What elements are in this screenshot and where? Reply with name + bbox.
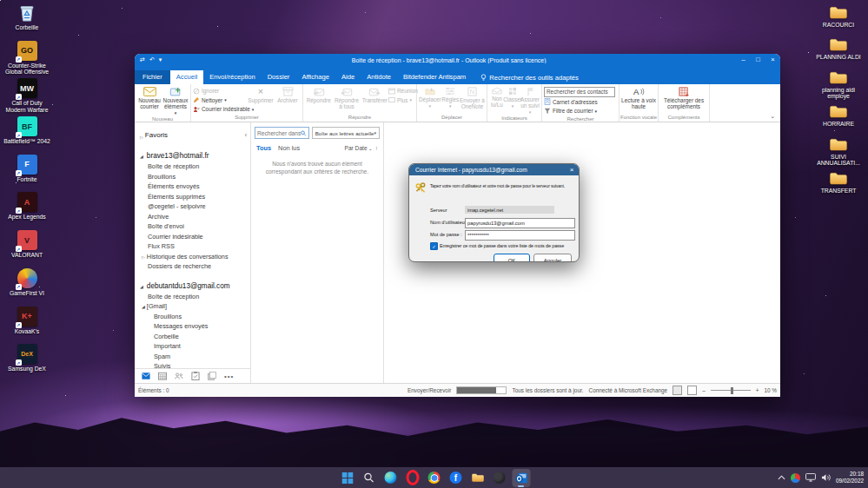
folder-item-inbox[interactable]: Boîte de réception (135, 292, 250, 302)
desktop-folder-planning-aldi[interactable]: PLANNING ALDI (816, 37, 860, 60)
taskbar-outlook-button[interactable] (512, 469, 530, 487)
get-addins-button[interactable]: Télécharger des compléments (661, 86, 706, 109)
dialog-close-button[interactable]: × (565, 166, 579, 174)
remember-password-checkbox[interactable] (430, 242, 438, 250)
more-nav-options-icon[interactable]: ••• (224, 374, 234, 379)
folder-item-archive[interactable]: Archive (135, 212, 250, 222)
desktop-icon-csgo[interactable]: GO Counter-Strike Global Offensive (2, 41, 52, 79)
folder-item-search-folders[interactable]: Dossiers de recherche (135, 261, 250, 272)
dialog-title-bar[interactable]: Courrier Internet - papyrusdu13@gmail.co… (409, 164, 579, 175)
send-to-onenote-button[interactable]: N Envoyer à OneNote (460, 86, 485, 109)
folder-item-deleted[interactable]: Éléments supprimés (135, 192, 250, 202)
taskbar-search-button[interactable] (360, 469, 378, 487)
folder-item-important[interactable]: Important (135, 341, 250, 352)
forward-button[interactable]: Transférer (361, 86, 388, 103)
mail-nav-icon[interactable] (142, 372, 150, 380)
taskbar-explorer-button[interactable] (468, 469, 487, 487)
password-field[interactable] (465, 230, 575, 241)
desktop-icon-recycle-bin[interactable]: Corbeille (2, 3, 52, 41)
read-aloud-button[interactable]: A Lecture à voix haute (621, 86, 656, 109)
undo-icon[interactable]: ↶ (149, 56, 155, 63)
folder-item-sent[interactable]: Éléments envoyés (135, 181, 250, 192)
account-header[interactable]: brave13@hotmail.fr (135, 149, 250, 162)
sort-by-date-dropdown[interactable]: Par Date (345, 145, 373, 151)
more-respond-button[interactable]: Plus (388, 96, 414, 105)
account-expander-icon[interactable] (140, 282, 145, 290)
sort-direction-icon[interactable]: ↑ (375, 145, 378, 151)
tab-envoi-reception[interactable]: Envoi/réception (203, 70, 261, 84)
rules-button[interactable]: Règles (441, 86, 460, 109)
tab-dossier[interactable]: Dossier (262, 70, 296, 84)
move-button[interactable]: Déplacer (419, 86, 441, 109)
tab-affichage[interactable]: Affichage (295, 70, 335, 84)
start-button[interactable] (338, 469, 356, 487)
folder-item-drafts[interactable]: Brouillons (135, 172, 250, 182)
folder-item-junk[interactable]: Courrier indésirable (135, 232, 250, 242)
desktop-icon-apex[interactable]: A Apex Legends (2, 192, 52, 230)
account-header[interactable]: debutantdu13@gmail.com (135, 280, 250, 292)
tab-bitdefender[interactable]: Bitdefender Antispam (397, 70, 472, 84)
tab-non-lus[interactable]: Non lus (278, 144, 300, 152)
tab-accueil[interactable]: Accueil (170, 70, 203, 84)
folder-item-drafts[interactable]: Brouillons (135, 312, 250, 322)
notes-nav-icon[interactable] (208, 372, 216, 380)
folder-item-trash[interactable]: Corbeille (135, 332, 250, 342)
taskbar-edge-button[interactable] (381, 469, 400, 487)
folder-item-cegetel[interactable]: @cegetel - selpoivre (135, 201, 250, 212)
close-button[interactable]: × (765, 54, 780, 66)
search-input[interactable] (257, 130, 301, 136)
bitdefender-tray-icon[interactable] (791, 473, 800, 483)
cancel-button[interactable]: Annuler (533, 254, 572, 262)
people-nav-icon[interactable] (175, 372, 183, 380)
account-expander-icon[interactable] (140, 152, 145, 160)
desktop-folder-suivi-annualisation[interactable]: SUIVI ANNUALISATI... (813, 137, 864, 167)
ignore-button[interactable]: Ignorer (193, 87, 247, 96)
address-book-button[interactable]: Carnet d'adresses (544, 98, 615, 107)
display-tray-icon[interactable] (805, 473, 816, 482)
folder-item-conversation-history[interactable]: Historique des conversations (135, 252, 250, 262)
tab-aide[interactable]: Aide (335, 70, 361, 84)
tasks-nav-icon[interactable] (191, 372, 200, 380)
desktop-icon-gamefirst[interactable]: GameFirst VI (2, 268, 52, 307)
follow-up-button[interactable]: Assurer un suivi (520, 86, 540, 115)
archive-button[interactable]: Archiver (275, 86, 301, 103)
title-bar[interactable]: ⇄ ↶ ▾ Boîte de réception - brave13@hotma… (135, 54, 780, 66)
zoom-slider[interactable] (711, 390, 751, 391)
tab-antidote[interactable]: Antidote (361, 70, 397, 84)
meeting-button[interactable]: Réunion (388, 87, 414, 96)
desktop-icon-kovaaks[interactable]: K+ KovaaK's (2, 307, 52, 345)
zoom-in-button[interactable]: + (756, 387, 759, 393)
junk-mail-button[interactable]: Courrier indésirable (193, 105, 247, 114)
reading-view-icon[interactable] (687, 386, 697, 395)
taskbar-app-button[interactable] (490, 469, 508, 487)
search-scope-dropdown[interactable]: Boîte aux lettres actuelle (312, 127, 380, 139)
folder-item-spam[interactable]: Spam (135, 352, 250, 362)
folder-item-sent[interactable]: Messages envoyés (135, 321, 250, 332)
taskbar-chrome-button[interactable] (425, 469, 443, 487)
zoom-out-button[interactable]: – (702, 387, 706, 393)
taskbar-facebook-button[interactable]: f (447, 469, 465, 487)
desktop-icon-battlefield[interactable]: BF Battlefield™ 2042 (2, 116, 52, 155)
collapse-ribbon-chevron-icon[interactable]: ⌄ (770, 113, 775, 120)
folder-item-inbox[interactable]: Boîte de réception (135, 162, 250, 172)
cleanup-button[interactable]: Nettoyer (193, 96, 247, 105)
desktop-folder-racourci[interactable]: RACOURCI (823, 5, 854, 28)
reply-all-button[interactable]: Répondre à tous (332, 86, 361, 109)
folder-item-gmail-root[interactable]: [Gmail] (135, 301, 250, 312)
minimize-button[interactable]: – (736, 54, 751, 66)
zoom-level[interactable]: 10 % (764, 387, 777, 393)
folder-item-outbox[interactable]: Boîte d'envoi (135, 221, 250, 232)
volume-tray-icon[interactable] (821, 473, 831, 482)
minimize-folder-pane-icon[interactable]: ‹ (245, 132, 247, 138)
desktop-folder-transfert[interactable]: TRANSFERT (821, 171, 857, 194)
ok-button[interactable]: OK (494, 254, 530, 262)
find-contacts-input[interactable]: Rechercher des contacts (544, 87, 615, 97)
new-mail-button[interactable]: Nouveau courrier (136, 86, 162, 109)
username-field[interactable] (465, 218, 575, 228)
reply-button[interactable]: Répondre (305, 86, 332, 103)
delete-button[interactable]: × Supprimer (247, 86, 275, 103)
search-box[interactable] (255, 127, 309, 139)
send-receive-icon[interactable]: ⇄ (140, 56, 145, 63)
folder-item-rss[interactable]: Flux RSS (135, 241, 250, 252)
adaptive-tools-search[interactable]: Rechercher des outils adaptés (480, 74, 579, 84)
